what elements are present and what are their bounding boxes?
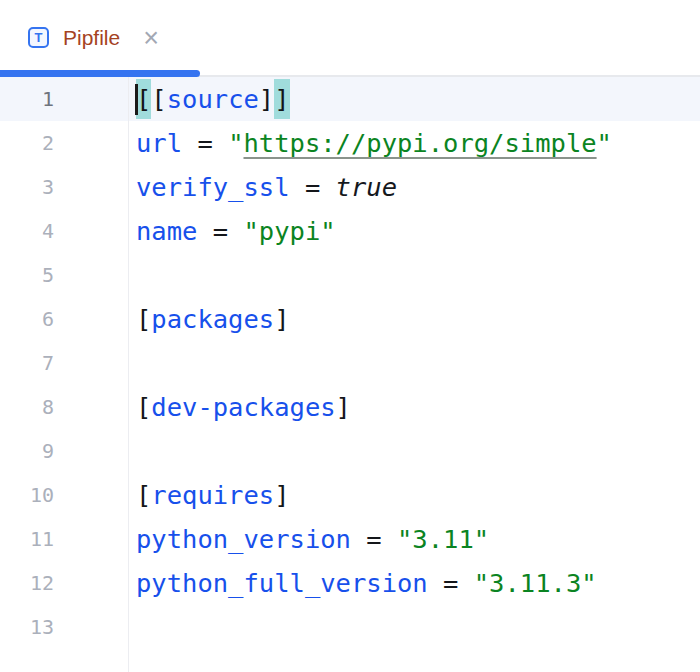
code-line[interactable] <box>129 253 700 297</box>
ide-window: T Pipfile × 1[[source]]2url = "https://p… <box>0 0 700 672</box>
code-line[interactable]: python_full_version = "3.11.3" <box>129 561 700 605</box>
line-number: 11 <box>0 517 54 561</box>
toml-file-icon: T <box>28 27 49 48</box>
code-token: source <box>167 84 259 114</box>
code-token: ] <box>259 84 274 114</box>
code-token: " <box>228 128 243 158</box>
code-token: [ <box>151 84 166 114</box>
code-line[interactable]: url = "https://pypi.org/simple" <box>129 121 700 165</box>
code-token: verify_ssl <box>136 172 290 202</box>
line-number: 1 <box>0 77 54 121</box>
code-token: name <box>136 216 197 246</box>
code-token: = <box>197 216 243 246</box>
gutter[interactable]: 3 <box>0 165 129 209</box>
editor-line[interactable]: 5 <box>0 253 700 297</box>
active-tab-underline <box>0 70 200 77</box>
tab-pipfile[interactable]: T Pipfile × <box>0 0 200 75</box>
code-line[interactable]: [[source]] <box>129 77 700 121</box>
code-token: python_full_version <box>136 568 428 598</box>
gutter-filler-column <box>0 649 129 672</box>
code-token: [ <box>136 304 151 334</box>
gutter[interactable]: 8 <box>0 385 129 429</box>
gutter[interactable]: 6 <box>0 297 129 341</box>
line-number: 8 <box>0 385 54 429</box>
line-number: 9 <box>0 429 54 473</box>
code-token: url <box>136 128 182 158</box>
line-number: 5 <box>0 253 54 297</box>
editor[interactable]: 1[[source]]2url = "https://pypi.org/simp… <box>0 77 700 672</box>
editor-line[interactable]: 10[requires] <box>0 473 700 517</box>
gutter[interactable]: 10 <box>0 473 129 517</box>
code-line[interactable]: verify_ssl = true <box>129 165 700 209</box>
code-token: "3.11.3" <box>474 568 597 598</box>
editor-line[interactable]: 3verify_ssl = true <box>0 165 700 209</box>
code-token: dev-packages <box>151 392 335 422</box>
code-line[interactable] <box>129 341 700 385</box>
code-token: true <box>336 172 397 202</box>
text-caret <box>135 84 138 115</box>
code-token: python_version <box>136 524 351 554</box>
editor-line[interactable]: 12python_full_version = "3.11.3" <box>0 561 700 605</box>
code-token: ] <box>274 480 289 510</box>
code-token: = <box>290 172 336 202</box>
url-link[interactable]: https://pypi.org/simple <box>243 128 596 158</box>
code-line[interactable]: python_version = "3.11" <box>129 517 700 561</box>
line-number: 10 <box>0 473 54 517</box>
gutter[interactable]: 12 <box>0 561 129 605</box>
code-token: "3.11" <box>397 524 489 554</box>
editor-line[interactable]: 1[[source]] <box>0 77 700 121</box>
line-number: 3 <box>0 165 54 209</box>
code-line[interactable]: [packages] <box>129 297 700 341</box>
code-token: "pypi" <box>243 216 335 246</box>
gutter[interactable]: 11 <box>0 517 129 561</box>
code-token: ] <box>274 79 289 119</box>
code-token: packages <box>151 304 274 334</box>
code-token: = <box>428 568 474 598</box>
editor-line[interactable]: 4name = "pypi" <box>0 209 700 253</box>
editor-tab-bar: T Pipfile × <box>0 0 700 77</box>
code-token: [ <box>136 480 151 510</box>
line-number: 13 <box>0 605 54 649</box>
code-line[interactable] <box>129 429 700 473</box>
code-line[interactable] <box>129 605 700 649</box>
gutter[interactable]: 1 <box>0 77 129 121</box>
code-token: [ <box>136 79 151 119</box>
editor-line[interactable]: 7 <box>0 341 700 385</box>
tab-close-icon[interactable]: × <box>140 26 162 50</box>
code-token: ] <box>274 304 289 334</box>
editor-line[interactable]: 2url = "https://pypi.org/simple" <box>0 121 700 165</box>
code-line[interactable]: [dev-packages] <box>129 385 700 429</box>
gutter[interactable]: 13 <box>0 605 129 649</box>
code-token: requires <box>151 480 274 510</box>
line-number: 2 <box>0 121 54 165</box>
tab-label: Pipfile <box>63 26 120 50</box>
gutter[interactable]: 2 <box>0 121 129 165</box>
code-token: ] <box>336 392 351 422</box>
gutter[interactable]: 5 <box>0 253 129 297</box>
line-number: 7 <box>0 341 54 385</box>
gutter[interactable]: 7 <box>0 341 129 385</box>
line-number: 6 <box>0 297 54 341</box>
code-token: [ <box>136 392 151 422</box>
editor-line[interactable]: 8[dev-packages] <box>0 385 700 429</box>
gutter[interactable]: 9 <box>0 429 129 473</box>
gutter-filler <box>0 649 700 672</box>
editor-line[interactable]: 9 <box>0 429 700 473</box>
code-token: = <box>351 524 397 554</box>
line-number: 4 <box>0 209 54 253</box>
line-number: 12 <box>0 561 54 605</box>
code-token: = <box>182 128 228 158</box>
code-line[interactable]: name = "pypi" <box>129 209 700 253</box>
editor-line[interactable]: 11python_version = "3.11" <box>0 517 700 561</box>
gutter[interactable]: 4 <box>0 209 129 253</box>
editor-line[interactable]: 6[packages] <box>0 297 700 341</box>
code-token: " <box>597 128 612 158</box>
editor-line[interactable]: 13 <box>0 605 700 649</box>
code-line[interactable]: [requires] <box>129 473 700 517</box>
